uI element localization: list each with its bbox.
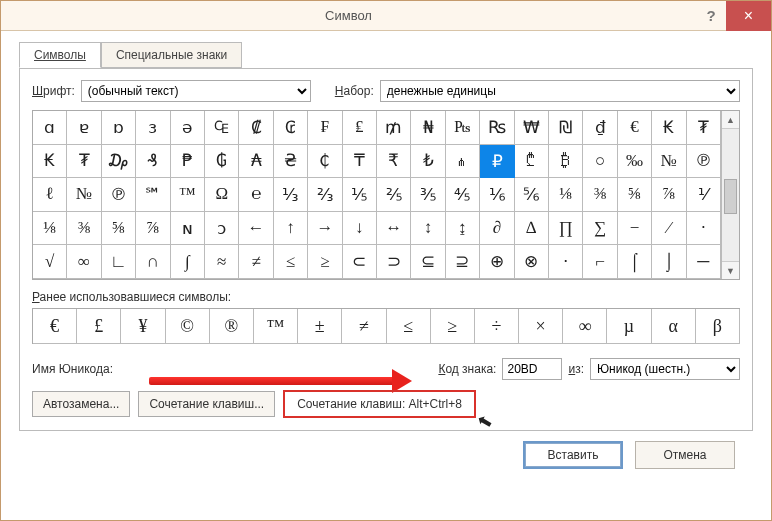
symbol-cell[interactable]: ⅜ bbox=[67, 212, 101, 246]
symbol-cell[interactable]: ₾ bbox=[515, 145, 549, 179]
shortcut-key-button[interactable]: Сочетание клавиш... bbox=[138, 391, 275, 417]
symbol-cell[interactable]: ⅛ bbox=[33, 212, 67, 246]
symbol-cell[interactable]: ⅛ bbox=[549, 178, 583, 212]
symbol-cell[interactable]: ∩ bbox=[136, 245, 170, 279]
symbol-cell[interactable]: ↕ bbox=[411, 212, 445, 246]
recent-symbol-cell[interactable]: ≠ bbox=[342, 309, 386, 344]
symbol-cell[interactable]: ↨ bbox=[446, 212, 480, 246]
recent-symbol-cell[interactable]: £ bbox=[77, 309, 121, 344]
symbol-cell[interactable]: ↑ bbox=[274, 212, 308, 246]
symbol-cell[interactable]: ℗ bbox=[102, 178, 136, 212]
symbol-cell[interactable]: ₹ bbox=[377, 145, 411, 179]
symbol-cell[interactable]: ₸ bbox=[343, 145, 377, 179]
symbol-cell[interactable]: ⅗ bbox=[411, 178, 445, 212]
recent-symbol-cell[interactable]: ÷ bbox=[475, 309, 519, 344]
symbol-cell[interactable]: ⌠ bbox=[618, 245, 652, 279]
symbol-cell[interactable]: ○ bbox=[583, 145, 617, 179]
symbol-cell[interactable]: ≤ bbox=[274, 245, 308, 279]
symbol-cell[interactable]: ⅚ bbox=[515, 178, 549, 212]
symbol-cell[interactable]: ₫ bbox=[583, 111, 617, 145]
symbol-cell[interactable]: ⅞ bbox=[136, 212, 170, 246]
symbol-cell[interactable]: № bbox=[67, 178, 101, 212]
symbol-cell[interactable]: ⅖ bbox=[377, 178, 411, 212]
from-combo[interactable]: Юникод (шестн.) bbox=[590, 358, 740, 380]
symbol-cell[interactable]: ⅕ bbox=[343, 178, 377, 212]
symbol-cell[interactable]: ₲ bbox=[205, 145, 239, 179]
subset-combo[interactable]: денежные единицы bbox=[380, 80, 740, 102]
symbol-cell[interactable]: ∆ bbox=[515, 212, 549, 246]
recent-symbol-cell[interactable]: © bbox=[166, 309, 210, 344]
recent-symbol-cell[interactable]: ™ bbox=[254, 309, 298, 344]
recent-symbols-grid[interactable]: €£¥©®™±≠≤≥÷×∞µαβ bbox=[32, 308, 740, 344]
symbol-cell[interactable]: − bbox=[618, 212, 652, 246]
recent-symbol-cell[interactable]: ± bbox=[298, 309, 342, 344]
scroll-thumb[interactable] bbox=[724, 179, 737, 214]
symbol-cell[interactable]: ∂ bbox=[480, 212, 514, 246]
symbol-grid[interactable]: ɑɐɒɜə₠₡₢₣₤₥₦₧₨₩₪₫€₭₮₭₮₯₰₱₲₳₴₵₸₹₺₼₽₾₿○‰№℗… bbox=[33, 111, 721, 279]
symbol-cell[interactable]: ∫ bbox=[171, 245, 205, 279]
symbol-cell[interactable]: ₯ bbox=[102, 145, 136, 179]
symbol-cell[interactable]: ₠ bbox=[205, 111, 239, 145]
symbol-cell[interactable]: ɒ bbox=[102, 111, 136, 145]
symbol-cell[interactable]: ₱ bbox=[171, 145, 205, 179]
symbol-cell[interactable]: ⅓ bbox=[274, 178, 308, 212]
symbol-cell[interactable]: ₮ bbox=[687, 111, 721, 145]
tab-special-chars[interactable]: Специальные знаки bbox=[101, 42, 242, 68]
recent-symbol-cell[interactable]: ≥ bbox=[431, 309, 475, 344]
symbol-cell[interactable]: ⊇ bbox=[446, 245, 480, 279]
scroll-track[interactable] bbox=[722, 129, 739, 261]
symbol-cell[interactable]: № bbox=[652, 145, 686, 179]
symbol-cell[interactable]: ─ bbox=[687, 245, 721, 279]
font-combo[interactable]: (обычный текст) bbox=[81, 80, 311, 102]
recent-symbol-cell[interactable]: ≤ bbox=[387, 309, 431, 344]
symbol-cell[interactable]: ₺ bbox=[411, 145, 445, 179]
symbol-cell[interactable]: ₴ bbox=[274, 145, 308, 179]
autocorrect-button[interactable]: Автозамена... bbox=[32, 391, 130, 417]
recent-symbol-cell[interactable]: ® bbox=[210, 309, 254, 344]
recent-symbol-cell[interactable]: ¥ bbox=[121, 309, 165, 344]
symbol-cell[interactable]: ℓ bbox=[33, 178, 67, 212]
cancel-button[interactable]: Отмена bbox=[635, 441, 735, 469]
symbol-cell[interactable]: ⅘ bbox=[446, 178, 480, 212]
insert-button[interactable]: Вставить bbox=[523, 441, 623, 469]
symbol-cell[interactable]: ₵ bbox=[308, 145, 342, 179]
symbol-cell[interactable]: ₿ bbox=[549, 145, 583, 179]
recent-symbol-cell[interactable]: € bbox=[33, 309, 77, 344]
recent-symbol-cell[interactable]: µ bbox=[607, 309, 651, 344]
symbol-cell[interactable]: ⌐ bbox=[583, 245, 617, 279]
symbol-cell[interactable]: ≈ bbox=[205, 245, 239, 279]
symbol-cell[interactable]: → bbox=[308, 212, 342, 246]
symbol-cell[interactable]: ₼ bbox=[446, 145, 480, 179]
symbol-cell[interactable]: ⅝ bbox=[102, 212, 136, 246]
symbol-cell[interactable]: ↔ bbox=[377, 212, 411, 246]
symbol-cell[interactable]: ≠ bbox=[239, 245, 273, 279]
scroll-up-icon[interactable]: ▲ bbox=[722, 111, 739, 129]
symbol-cell[interactable]: ⅞ bbox=[652, 178, 686, 212]
recent-symbol-cell[interactable]: α bbox=[652, 309, 696, 344]
symbol-cell[interactable]: ℠ bbox=[136, 178, 170, 212]
symbol-cell[interactable]: ⅟ bbox=[687, 178, 721, 212]
help-button[interactable]: ? bbox=[696, 1, 726, 31]
symbol-cell[interactable]: ₭ bbox=[33, 145, 67, 179]
grid-scrollbar[interactable]: ▲ ▼ bbox=[721, 111, 739, 279]
symbol-cell[interactable]: ₢ bbox=[274, 111, 308, 145]
symbol-cell[interactable]: ₣ bbox=[308, 111, 342, 145]
symbol-cell[interactable]: ə bbox=[171, 111, 205, 145]
symbol-cell[interactable]: ℗ bbox=[687, 145, 721, 179]
recent-symbol-cell[interactable]: β bbox=[696, 309, 740, 344]
char-code-input[interactable] bbox=[502, 358, 562, 380]
symbol-cell[interactable]: ₳ bbox=[239, 145, 273, 179]
symbol-cell[interactable]: ₪ bbox=[549, 111, 583, 145]
symbol-cell[interactable]: ∙ bbox=[687, 212, 721, 246]
symbol-cell[interactable]: ℮ bbox=[239, 178, 273, 212]
symbol-cell[interactable]: ∏ bbox=[549, 212, 583, 246]
symbol-cell[interactable]: ∟ bbox=[102, 245, 136, 279]
symbol-cell[interactable]: √ bbox=[33, 245, 67, 279]
recent-symbol-cell[interactable]: ∞ bbox=[563, 309, 607, 344]
symbol-cell[interactable]: ⊕ bbox=[480, 245, 514, 279]
symbol-cell[interactable]: ⋅ bbox=[549, 245, 583, 279]
recent-symbol-cell[interactable]: × bbox=[519, 309, 563, 344]
symbol-cell[interactable]: ₮ bbox=[67, 145, 101, 179]
symbol-cell[interactable]: ‰ bbox=[618, 145, 652, 179]
symbol-cell[interactable]: ₧ bbox=[446, 111, 480, 145]
